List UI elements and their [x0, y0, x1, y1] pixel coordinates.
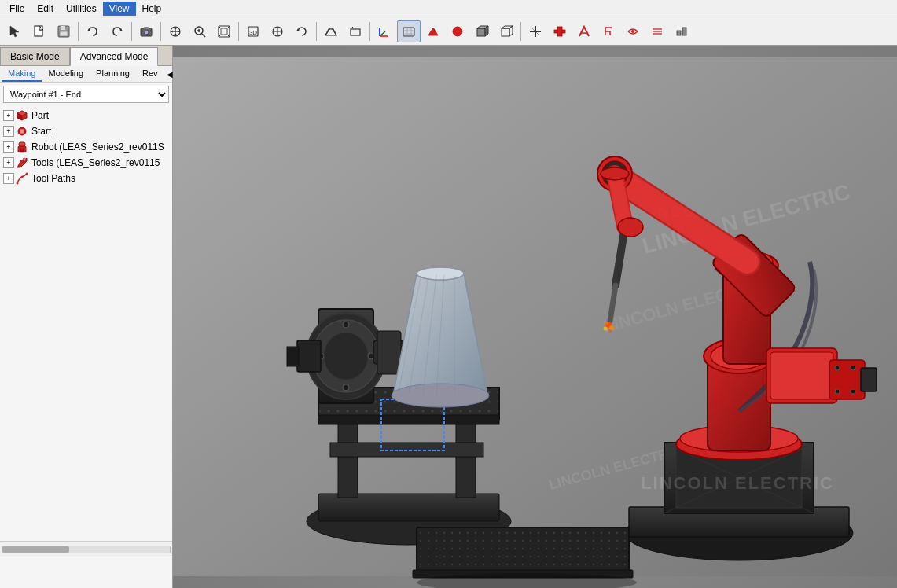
toolbar-view-rotate[interactable] [290, 20, 314, 42]
svg-point-75 [17, 182, 19, 185]
toolbar-red2[interactable] [446, 20, 469, 42]
tree-label-start: Start [31, 126, 51, 137]
toolbar-tool2[interactable] [548, 20, 572, 42]
svg-marker-34 [325, 29, 336, 35]
toolbar-ortho[interactable] [344, 20, 367, 42]
tree-expand-toolpaths[interactable]: + [3, 173, 14, 184]
toolbar-select[interactable] [3, 20, 27, 42]
toolbar-tool3[interactable] [572, 20, 596, 42]
tree-label-robot: Robot (LEAS_Series2_rev011S [31, 141, 164, 153]
toolbar-undo[interactable] [81, 20, 105, 42]
svg-point-61 [631, 30, 634, 33]
scrollbar-thumb [2, 546, 69, 553]
tree-item-tools[interactable]: + Tools (LEAS_Series2_rev0115 [0, 155, 172, 171]
svg-point-99 [343, 384, 349, 391]
main-content: Basic Mode Advanced Mode Making Modeling… [0, 46, 897, 588]
svg-rect-72 [19, 142, 25, 146]
sep-7 [520, 22, 521, 41]
toolbar-perspective[interactable] [319, 20, 343, 42]
svg-rect-49 [477, 28, 485, 36]
toolbar-tool6[interactable] [645, 20, 669, 42]
svg-marker-51 [485, 26, 488, 36]
toolbar-box2[interactable] [494, 20, 518, 42]
tree-item-start[interactable]: + Start [0, 123, 172, 139]
scene-svg: LINCOLN ELECTRIC LINCOLN ELECTRIC LINCOL… [173, 46, 897, 588]
svg-rect-71 [20, 129, 24, 134]
toolpaths-icon [16, 172, 28, 185]
svg-line-19 [202, 34, 205, 37]
tree-item-part[interactable]: + Part [0, 108, 172, 123]
menu-view[interactable]: View [103, 2, 136, 16]
tab-basic-mode[interactable]: Basic Mode [0, 47, 70, 65]
toolbar-axes[interactable] [373, 20, 396, 42]
sep-3 [160, 22, 161, 41]
viewport[interactable]: LINCOLN ELECTRIC LINCOLN ELECTRIC LINCOL… [173, 46, 897, 588]
tree-container: + Part + Start + [0, 106, 172, 541]
svg-point-141 [604, 327, 608, 331]
toolbar-zoom-fit[interactable] [212, 20, 236, 42]
sub-tabs: Making Modeling Planning Rev ◀ ▶ [0, 66, 172, 83]
svg-rect-92 [318, 415, 499, 424]
toolbar: 3D [0, 17, 897, 46]
toolbar-view-front[interactable] [266, 20, 289, 42]
tab-advanced-mode[interactable]: Advanced Mode [70, 47, 159, 66]
svg-line-136 [615, 174, 625, 226]
start-icon [16, 125, 28, 138]
menu-utilities[interactable]: Utilities [60, 2, 103, 16]
toolbar-red1[interactable] [421, 20, 445, 42]
svg-text:3D: 3D [249, 29, 257, 36]
sub-tab-review[interactable]: Rev [136, 66, 164, 82]
svg-marker-54 [509, 26, 513, 36]
svg-line-42 [380, 31, 385, 36]
svg-point-48 [453, 27, 462, 36]
toolbar-shaded[interactable] [397, 20, 421, 42]
svg-marker-0 [10, 26, 19, 37]
sub-tab-making[interactable]: Making [2, 66, 42, 82]
scrollbar-track[interactable] [2, 546, 171, 553]
toolbar-save[interactable] [52, 20, 75, 42]
tree-expand-tools[interactable]: + [3, 157, 14, 168]
toolbar-zoom-in[interactable] [188, 20, 211, 42]
toolbar-view-iso[interactable]: 3D [241, 20, 265, 42]
svg-rect-4 [61, 26, 65, 30]
tree-expand-start[interactable]: + [3, 126, 14, 137]
toolbar-camera[interactable] [134, 20, 158, 42]
toolbar-tool4[interactable] [597, 20, 620, 42]
sep-4 [238, 22, 239, 41]
svg-rect-10 [144, 27, 149, 29]
toolbar-box[interactable] [470, 20, 494, 42]
sep-1 [78, 22, 79, 41]
left-panel: Basic Mode Advanced Mode Making Modeling… [0, 46, 173, 588]
menu-file[interactable]: File [3, 2, 31, 16]
viewport-scene: LINCOLN ELECTRIC LINCOLN ELECTRIC LINCOL… [173, 46, 897, 588]
svg-rect-37 [351, 29, 360, 35]
tree-label-tools: Tools (LEAS_Series2_rev0115 [31, 157, 160, 168]
svg-rect-52 [502, 28, 509, 36]
tree-item-robot[interactable]: + Robot (LEAS_Series2_rev011S [0, 139, 172, 155]
svg-point-142 [608, 329, 612, 333]
sep-5 [316, 22, 317, 41]
svg-point-97 [324, 333, 368, 380]
svg-point-145 [601, 167, 629, 180]
sub-tab-planning[interactable]: Planning [90, 66, 136, 82]
tree-expand-robot[interactable]: + [3, 141, 14, 153]
toolbar-tool1[interactable] [524, 20, 547, 42]
sub-tab-modeling[interactable]: Modeling [42, 66, 90, 82]
svg-rect-65 [677, 31, 681, 35]
svg-rect-147 [770, 352, 833, 399]
waypoint-dropdown[interactable]: Waypoint #1 - End [3, 86, 169, 103]
toolbar-pan[interactable] [164, 20, 187, 42]
tree-label-toolpaths: Tool Paths [31, 173, 75, 184]
svg-rect-149 [861, 368, 877, 391]
svg-point-153 [851, 389, 855, 394]
sep-6 [369, 22, 370, 41]
toolbar-redo[interactable] [105, 20, 129, 42]
svg-point-76 [21, 176, 24, 178]
toolbar-new[interactable] [28, 20, 51, 42]
tree-expand-part[interactable]: + [3, 110, 14, 121]
toolbar-tool5[interactable] [621, 20, 645, 42]
menu-edit[interactable]: Edit [31, 2, 60, 16]
toolbar-tool7[interactable] [670, 20, 693, 42]
tree-item-toolpaths[interactable]: + Tool Paths [0, 171, 172, 186]
menu-help[interactable]: Help [136, 2, 168, 16]
